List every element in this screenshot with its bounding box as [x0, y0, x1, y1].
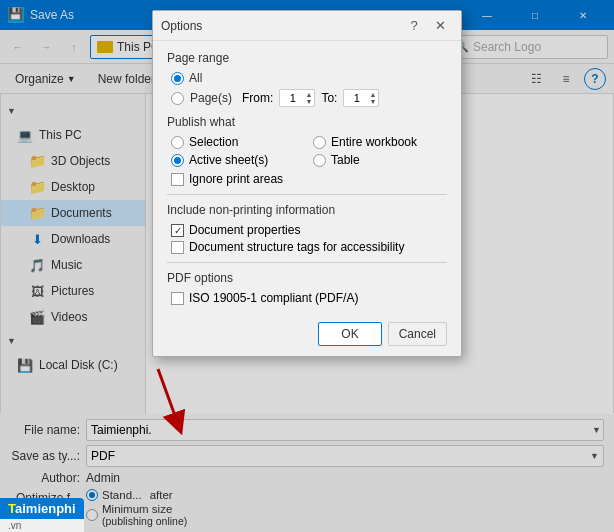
page-range-title: Page range — [167, 51, 447, 65]
active-sheet-radio-row[interactable]: Active sheet(s) — [171, 153, 305, 167]
from-input[interactable]: 1 ▲ ▼ — [279, 89, 315, 107]
doc-properties-checkbox[interactable]: ✓ — [171, 224, 184, 237]
non-printing-section: Include non-printing information ✓ Docum… — [167, 203, 447, 254]
all-radio-button[interactable] — [171, 72, 184, 85]
doc-properties-row[interactable]: ✓ Document properties — [171, 223, 447, 237]
to-input[interactable]: 1 ▲ ▼ — [343, 89, 379, 107]
iso-compliance-row[interactable]: ISO 19005-1 compliant (PDF/A) — [171, 291, 447, 305]
save-as-window: 💾 Save As — □ ✕ ← → ↑ This PC › Document… — [0, 0, 614, 532]
to-label: To: — [321, 91, 337, 105]
pdf-options-section: PDF options ISO 19005-1 compliant (PDF/A… — [167, 271, 447, 305]
all-radio-row[interactable]: All — [171, 71, 447, 85]
ignore-print-areas-row[interactable]: Ignore print areas — [171, 172, 447, 186]
section-divider-2 — [167, 262, 447, 263]
dialog-help-button[interactable]: ? — [401, 15, 427, 37]
publish-what-section: Publish what Selection Entire workbook — [167, 115, 447, 186]
dialog-overlay: Options ? ✕ Page range All — [0, 0, 614, 532]
active-sheet-radio-button[interactable] — [171, 154, 184, 167]
non-printing-title: Include non-printing information — [167, 203, 447, 217]
options-dialog: Options ? ✕ Page range All — [152, 10, 462, 357]
entire-workbook-radio-button[interactable] — [313, 136, 326, 149]
to-up-arrow[interactable]: ▲ — [369, 91, 376, 98]
ignore-print-areas-label: Ignore print areas — [189, 172, 283, 186]
entire-workbook-label: Entire workbook — [331, 135, 417, 149]
to-down-arrow[interactable]: ▼ — [369, 98, 376, 105]
selection-radio-button[interactable] — [171, 136, 184, 149]
publish-what-options: Selection Entire workbook Active sheet(s… — [171, 135, 447, 167]
iso-compliance-label: ISO 19005-1 compliant (PDF/A) — [189, 291, 358, 305]
pages-radio-button[interactable] — [171, 92, 184, 105]
ignore-print-areas-checkbox[interactable] — [171, 173, 184, 186]
dialog-cancel-button[interactable]: Cancel — [388, 322, 447, 346]
selection-radio-row[interactable]: Selection — [171, 135, 305, 149]
publish-what-title: Publish what — [167, 115, 447, 129]
table-label: Table — [331, 153, 360, 167]
section-divider-1 — [167, 194, 447, 195]
doc-structure-checkbox[interactable] — [171, 241, 184, 254]
dialog-title: Options — [161, 19, 401, 33]
doc-structure-row[interactable]: Document structure tags for accessibilit… — [171, 240, 447, 254]
from-up-arrow[interactable]: ▲ — [305, 91, 312, 98]
dialog-title-bar: Options ? ✕ — [153, 11, 461, 41]
table-radio-button[interactable] — [313, 154, 326, 167]
iso-compliance-checkbox[interactable] — [171, 292, 184, 305]
from-label: From: — [242, 91, 273, 105]
from-down-arrow[interactable]: ▼ — [305, 98, 312, 105]
pdf-options-title: PDF options — [167, 271, 447, 285]
dialog-body: Page range All Page(s) From: 1 ▲ — [153, 41, 461, 318]
all-radio-label: All — [189, 71, 202, 85]
doc-properties-label: Document properties — [189, 223, 300, 237]
dialog-buttons: OK Cancel — [153, 318, 461, 356]
watermark: Taimienphi .vn — [0, 498, 84, 532]
dialog-ok-button[interactable]: OK — [318, 322, 381, 346]
selection-label: Selection — [189, 135, 238, 149]
table-radio-row[interactable]: Table — [313, 153, 447, 167]
pages-radio-label: Page(s) — [190, 91, 232, 105]
dialog-close-button[interactable]: ✕ — [427, 15, 453, 37]
active-sheet-label: Active sheet(s) — [189, 153, 268, 167]
entire-workbook-radio-row[interactable]: Entire workbook — [313, 135, 447, 149]
doc-structure-label: Document structure tags for accessibilit… — [189, 240, 404, 254]
